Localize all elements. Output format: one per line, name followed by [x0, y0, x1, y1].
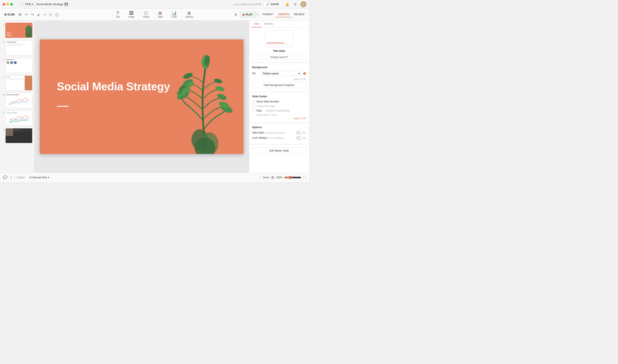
- slide-preview-3: Meet the Team: [5, 58, 32, 73]
- paste-button[interactable]: 📋: [54, 12, 60, 17]
- normal-view-button[interactable]: ⊟ Normal View ▾: [29, 176, 49, 179]
- chart-tool[interactable]: 📊 Chart: [169, 10, 179, 19]
- hide-slide-label: Hide Slide: [252, 131, 264, 134]
- lock-slide-label: Lock Slide(s): [252, 136, 267, 139]
- cut-button[interactable]: ✂: [42, 12, 48, 17]
- hide-slide-row: Hide Slide ( During Slideshow ) No: [252, 131, 306, 134]
- show-slide-number-label: Show Slide Number: [256, 100, 279, 103]
- redo-button[interactable]: ↪: [30, 12, 35, 17]
- document-title: Social Media Strategy 💾: [36, 2, 68, 6]
- date-checkbox[interactable]: [252, 109, 255, 112]
- slide-thumbnail-7[interactable]: 7 Content Style: [1, 128, 33, 144]
- slide-thumbnail-4[interactable]: 4 Content: [1, 75, 33, 91]
- layout-preview: [252, 30, 306, 47]
- addons-tool[interactable]: ⊕ AddOns: [183, 10, 195, 19]
- layout-section: Title Slide Change Layout ▾: [249, 28, 309, 62]
- chevron-down-icon: ▾: [299, 72, 300, 75]
- shape-tool[interactable]: ⬡ Shape: [141, 10, 151, 19]
- options-title: Options: [252, 126, 306, 129]
- slide-thumbnail-5[interactable]: 5 Performance by Platform: [1, 93, 33, 108]
- chat-button[interactable]: 💬: [3, 175, 7, 180]
- save-icon: 💾: [64, 2, 68, 6]
- slide-preview-4: Content: [5, 76, 32, 91]
- footer-apply-all[interactable]: Apply To All: [252, 117, 306, 120]
- main-toolbar: ⊞ SLIDE ⊟ ↩ ↪ 🖌 ✂ ⎘ 📋 T Text 🖼 Image ⬡ S…: [0, 9, 309, 21]
- footer-message-checkbox[interactable]: [252, 105, 255, 108]
- fullscreen-button[interactable]: ⛶: [303, 176, 306, 179]
- play-button[interactable]: ▶ PLAY: [240, 12, 256, 17]
- footer-message-row: Footer Message: [252, 104, 306, 108]
- share-button[interactable]: 🔗 SHARE: [263, 2, 282, 7]
- svg-point-7: [182, 72, 193, 80]
- notes-button[interactable]: 📄 Notes: [259, 176, 270, 179]
- tab-animate[interactable]: ANIMATE: [276, 12, 292, 17]
- close-button[interactable]: [2, 3, 5, 6]
- tab-format[interactable]: FORMAT: [260, 12, 275, 17]
- grid-view-icon: ⊟: [29, 176, 31, 179]
- main-slide-canvas[interactable]: Social Media Strategy: [40, 39, 244, 154]
- layout-thumbnail: [265, 30, 293, 47]
- image-icon: 🖼: [129, 11, 134, 15]
- tab-slide[interactable]: Slide: [252, 21, 262, 27]
- show-slide-number-checkbox[interactable]: [252, 100, 255, 103]
- text-tool[interactable]: T Text: [114, 10, 122, 19]
- hide-slide-sub: ( During Slideshow ): [265, 131, 286, 134]
- svg-point-11: [215, 85, 225, 92]
- hide-background-graphics-button[interactable]: Hide Background Graphics: [252, 82, 306, 88]
- toolbar-left: ⊞ SLIDE ⊟ ↩ ↪ 🖌 ✂ ⎘ 📋: [0, 12, 62, 17]
- edit-master-slide-button[interactable]: Edit Master Slide: [252, 147, 306, 154]
- tab-themes[interactable]: Themes: [262, 21, 275, 27]
- hide-slide-toggle-area: No: [296, 131, 306, 134]
- slide-button[interactable]: ⊞ SLIDE: [2, 12, 16, 17]
- slide-thumbnail-2[interactable]: 2 Company Overview: [1, 40, 33, 56]
- svg-point-12: [214, 78, 223, 84]
- edit-master-section: Edit Master Slide: [249, 145, 309, 156]
- slide-navigation: / 1 Slides: [9, 175, 25, 180]
- maximize-button[interactable]: [10, 3, 13, 6]
- title-bar-right: Last modified at 12:38 PM 🔗 SHARE 🔔 ✉ U: [234, 1, 306, 7]
- options-section: Options Hide Slide ( During Slideshow ) …: [249, 123, 309, 144]
- hide-slide-toggle[interactable]: [296, 131, 302, 134]
- plant-decoration: [164, 39, 244, 154]
- paint-format-button[interactable]: 🖌: [36, 12, 42, 17]
- date-label: Date: [256, 109, 262, 112]
- title-bar: 📄 FILE ▾ Social Media Strategy 💾 Last mo…: [0, 0, 309, 9]
- table-icon: ⊞: [158, 11, 162, 15]
- toolbar-right: ⚙ ▶ PLAY ▾ FORMAT ANIMATE REVIEW: [231, 12, 309, 18]
- fill-dropdown[interactable]: Follow Layout ▾: [261, 71, 302, 76]
- file-menu-button[interactable]: 📄 FILE ▾: [19, 2, 35, 7]
- play-dropdown-button[interactable]: ▾: [255, 12, 260, 17]
- slide-thumbnail-3[interactable]: 3 Meet the Team: [1, 57, 33, 73]
- copy-button[interactable]: ⎘: [49, 12, 53, 17]
- apply-all-link: Apply To All: [252, 78, 306, 80]
- canvas-area: Social Media Strategy: [34, 21, 249, 173]
- view-controls: ⊟ Normal View ▾: [29, 176, 49, 179]
- slide-thumbnail-1[interactable]: 1 SocialMediaStrategy: [1, 22, 33, 38]
- slide-number-input[interactable]: [9, 175, 14, 180]
- settings-button[interactable]: ⚙: [233, 12, 239, 18]
- hide-slide-value: No: [303, 131, 306, 134]
- hide-slide-label-area: Hide Slide ( During Slideshow ): [252, 131, 296, 134]
- notification-button[interactable]: 🔔: [284, 1, 290, 7]
- slide-main-title: Social Media Strategy: [57, 80, 170, 93]
- slide-thumbnail-6[interactable]: 6 Performance by Platform: [1, 110, 33, 126]
- color-swatch[interactable]: [303, 72, 306, 75]
- file-label: FILE: [25, 3, 31, 6]
- file-menu: 📄 FILE ▾ Social Media Strategy 💾: [19, 2, 68, 7]
- date-row: Date Update Automatically: [252, 109, 306, 112]
- mail-button[interactable]: ✉: [292, 1, 298, 7]
- chart-icon: 📊: [171, 11, 177, 15]
- lock-slide-toggle-area: No: [296, 136, 306, 140]
- lock-slide-toggle[interactable]: [296, 136, 302, 140]
- minimize-button[interactable]: [6, 3, 9, 6]
- image-tool[interactable]: 🖼 Image: [126, 10, 137, 19]
- zoom-slider[interactable]: [284, 176, 301, 179]
- table-tool[interactable]: ⊞ Table: [156, 10, 165, 19]
- lock-slide-label-area: Lock Slide(s) ( From Editing ): [252, 136, 296, 139]
- tab-review[interactable]: REVIEW: [292, 12, 306, 17]
- chevron-down-icon: ▾: [287, 55, 288, 58]
- grid-button[interactable]: ⊞: [271, 175, 274, 180]
- change-layout-button[interactable]: Change Layout ▾: [252, 54, 306, 60]
- undo-button[interactable]: ↩: [24, 12, 29, 17]
- slide-layout-button[interactable]: ⊟: [17, 12, 23, 17]
